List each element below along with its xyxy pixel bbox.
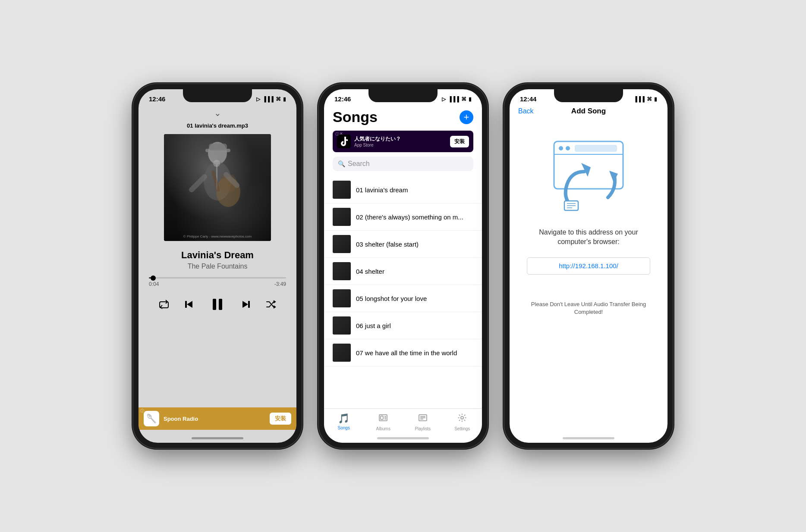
location-icon: ▷ — [256, 96, 260, 102]
song-name-1: 01 lavinia's dream — [356, 186, 473, 194]
song-name-2: 02 (there's always) something on m... — [356, 213, 473, 221]
shuffle-button[interactable] — [265, 298, 277, 310]
back-button[interactable]: Back — [518, 107, 534, 115]
ad-info-icon: ⓘ — [140, 408, 144, 414]
battery-icon: ▮ — [469, 96, 472, 102]
home-indicator — [377, 437, 429, 439]
wifi-icon: ⌘ — [647, 96, 652, 102]
repeat-button[interactable] — [158, 298, 170, 310]
location-icon: ▷ — [442, 96, 446, 102]
home-indicator — [563, 437, 614, 439]
song-item-1[interactable]: 01 lavinia's dream — [324, 176, 482, 203]
tiktok-install-button[interactable]: 安装 — [450, 136, 469, 147]
artist-name: The Pale Fountains — [139, 263, 296, 270]
search-bar[interactable]: 🔍 Search — [333, 156, 473, 171]
search-placeholder: Search — [348, 160, 370, 168]
status-icons: ▷ ▐▐▐ ⌘ ▮ — [256, 96, 286, 102]
phone-add-song: 12:44 ▐▐▐ ⌘ ▮ Back Add Song — [504, 84, 673, 448]
status-icons: ▐▐▐ ⌘ ▮ — [633, 96, 657, 102]
playlists-tab-icon — [418, 413, 428, 425]
notch — [183, 89, 252, 102]
song-item-2[interactable]: 02 (there's always) something on m... — [324, 203, 482, 231]
upload-svg — [545, 137, 632, 215]
tiktok-ad-text: 人気者になりたい？ App Store — [354, 135, 447, 147]
server-address[interactable]: http://192.168.1.100/ — [559, 262, 618, 269]
svg-rect-2 — [209, 144, 227, 150]
ad-install-button[interactable]: 安装 — [270, 413, 291, 425]
song-title: Lavinia's Dream — [139, 250, 296, 261]
player-screen: 12:46 ▷ ▐▐▐ ⌘ ▮ ⌄ 01 lavinia's dream.mp3 — [139, 89, 296, 443]
svg-point-5 — [213, 160, 220, 167]
address-box: http://192.168.1.100/ — [527, 257, 650, 275]
navigation-bar: Back Add Song — [510, 105, 667, 120]
progress-times: 0:04 -3:49 — [149, 281, 286, 287]
next-button[interactable] — [240, 298, 252, 310]
wifi-icon: ⌘ — [461, 96, 466, 102]
notch — [368, 89, 438, 102]
song-item-7[interactable]: 07 we have all the time in the world — [324, 339, 482, 366]
add-song-button[interactable]: + — [460, 110, 473, 124]
ad-x-close[interactable]: ✕ — [340, 131, 343, 136]
songs-header: Songs + — [324, 105, 482, 131]
time-remaining: -3:49 — [274, 281, 286, 287]
playlists-tab-label: Playlists — [415, 426, 431, 431]
svg-rect-12 — [185, 301, 187, 308]
progress-track[interactable] — [149, 277, 286, 279]
battery-icon: ▮ — [283, 96, 286, 102]
ad-app-icon: 🥄 — [144, 411, 159, 426]
warning-text: Please Don't Leave Until Audio Transfer … — [510, 300, 667, 316]
songs-tab-icon: 🎵 — [338, 413, 349, 424]
upload-illustration — [545, 137, 632, 215]
pause-button[interactable] — [208, 295, 227, 314]
song-name-4: 04 shelter — [356, 268, 473, 275]
song-item-4[interactable]: 04 shelter — [324, 258, 482, 285]
song-thumbnail — [333, 181, 351, 199]
song-item-6[interactable]: 06 just a girl — [324, 312, 482, 339]
svg-line-9 — [192, 177, 205, 190]
battery-icon: ▮ — [654, 96, 657, 102]
collapse-chevron[interactable]: ⌄ — [139, 105, 296, 122]
songs-screen: 12:46 ▷ ▐▐▐ ⌘ ▮ Songs + ⓘ ✕ 人気者になりたい？ — [324, 89, 482, 443]
song-name-6: 06 just a girl — [356, 322, 473, 329]
song-thumbnail — [333, 208, 351, 226]
song-thumbnail — [333, 316, 351, 335]
settings-tab-label: Settings — [454, 426, 470, 431]
song-item-3[interactable]: 03 shelter (false start) — [324, 231, 482, 258]
song-thumbnail — [333, 262, 351, 280]
ad-label: ⓘ — [335, 131, 339, 137]
song-item-5[interactable]: 05 longshot for your love — [324, 285, 482, 312]
svg-rect-31 — [575, 145, 617, 152]
phone-songs: 12:46 ▷ ▐▐▐ ⌘ ▮ Songs + ⓘ ✕ 人気者になりたい？ — [319, 84, 487, 448]
svg-marker-17 — [242, 301, 248, 308]
time-elapsed: 0:04 — [149, 281, 159, 287]
song-thumbnail — [333, 235, 351, 253]
tab-songs[interactable]: 🎵 Songs — [324, 413, 364, 430]
tab-settings[interactable]: Settings — [443, 413, 482, 431]
ad-banner: ⓘ 🥄 Spoon Radio 安装 — [139, 407, 296, 430]
svg-rect-16 — [248, 301, 250, 308]
add-song-description: Navigate to this address on your compute… — [510, 228, 667, 247]
player-silhouette — [179, 140, 256, 235]
song-name-5: 05 longshot for your love — [356, 295, 473, 302]
tiktok-ad-banner: ⓘ ✕ 人気者になりたい？ App Store 安装 — [333, 131, 473, 152]
signal-icon: ▐▐▐ — [448, 96, 459, 102]
svg-marker-13 — [187, 301, 192, 308]
tab-albums[interactable]: Albums — [364, 413, 403, 431]
song-thumbnail — [333, 289, 351, 307]
prev-button[interactable] — [183, 298, 195, 310]
player-filename: 01 lavinia's dream.mp3 — [139, 122, 296, 129]
songs-tab-label: Songs — [338, 426, 350, 430]
add-song-screen: 12:44 ▐▐▐ ⌘ ▮ Back Add Song — [510, 89, 667, 443]
search-icon: 🔍 — [338, 160, 345, 167]
albums-tab-icon — [378, 413, 388, 425]
signal-icon: ▐▐▐ — [633, 96, 645, 102]
tab-playlists[interactable]: Playlists — [403, 413, 443, 431]
status-time: 12:44 — [520, 95, 536, 103]
svg-point-27 — [461, 416, 463, 419]
phone-player: 12:46 ▷ ▐▐▐ ⌘ ▮ ⌄ 01 lavinia's dream.mp3 — [133, 84, 302, 448]
player-controls — [139, 291, 296, 318]
song-name-7: 07 we have all the time in the world — [356, 349, 473, 357]
tiktok-main-text: 人気者になりたい？ — [354, 135, 447, 143]
songs-page-title: Songs — [333, 109, 378, 125]
status-time: 12:46 — [149, 95, 165, 103]
